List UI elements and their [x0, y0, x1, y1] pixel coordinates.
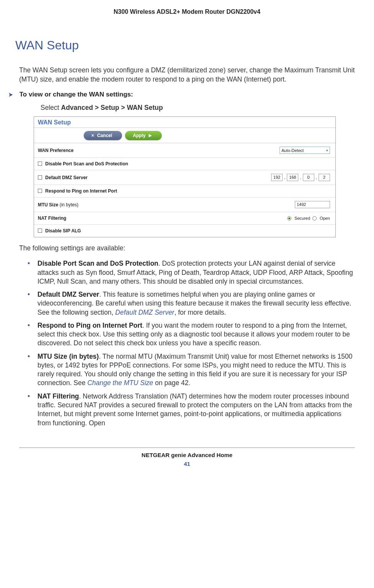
- nat-secured-label: Secured: [294, 216, 310, 220]
- dmz-ip-octet-2[interactable]: 168: [287, 174, 298, 181]
- section-heading: WAN Setup: [15, 38, 355, 52]
- ss-toolbar: × Cancel Apply ▶: [34, 128, 335, 143]
- bullet-mtu-size: • MTU Size (in bytes). The normal MTU (M…: [19, 352, 355, 388]
- bullet-nat-filtering: • NAT Filtering. Network Address Transla…: [19, 392, 355, 428]
- footer-page-number: 41: [19, 461, 355, 467]
- respond-ping-label: Respond to Ping on Internet Port: [38, 188, 117, 194]
- bullet-marker-icon: •: [28, 392, 30, 401]
- bullet-default-dmz: • Default DMZ Server. This feature is so…: [19, 290, 355, 317]
- default-dmz-label: Default DMZ Server: [38, 175, 88, 180]
- default-dmz-row: Default DMZ Server 192. 168. 0. 2: [34, 170, 335, 185]
- procedure-heading-text: To view or change the WAN settings:: [20, 91, 133, 98]
- bullet-3-title: Respond to Ping on Internet Port: [37, 322, 142, 329]
- respond-ping-row: Respond to Ping on Internet Port: [34, 185, 335, 198]
- bullet-marker-icon: •: [28, 290, 30, 299]
- bullet-4-title: MTU Size (in bytes): [37, 353, 99, 360]
- disable-sip-text: Disable SIP ALG: [45, 228, 81, 234]
- arrow-right-icon: ▶: [149, 133, 152, 137]
- wan-setup-screenshot: WAN Setup × Cancel Apply ▶ WAN Preferenc…: [34, 116, 336, 237]
- mtu-label: MTU Size (in bytes): [38, 202, 78, 207]
- mtu-row: MTU Size (in bytes) 1492: [34, 198, 335, 212]
- bullet-marker-icon: •: [28, 321, 30, 330]
- procedure-heading: ➤ To view or change the WAN settings:: [19, 91, 355, 98]
- bullet-marker-icon: •: [28, 259, 30, 268]
- bullet-marker-icon: •: [28, 352, 30, 361]
- respond-ping-checkbox[interactable]: [38, 189, 42, 193]
- disable-port-scan-checkbox[interactable]: [38, 162, 42, 166]
- change-mtu-link[interactable]: Change the MTU Size: [87, 379, 153, 387]
- cancel-button-label: Cancel: [97, 133, 112, 138]
- apply-button-label: Apply: [133, 133, 145, 138]
- page-header-title: N300 Wireless ADSL2+ Modem Router DGN220…: [19, 0, 355, 34]
- step-prefix: Select: [41, 104, 61, 111]
- nat-filtering-label: NAT Filtering: [38, 216, 66, 221]
- bullet-5-body: . Network Address Translation (NAT) dete…: [37, 392, 352, 427]
- ss-panel-title: WAN Setup: [34, 117, 335, 128]
- default-dmz-checkbox[interactable]: [38, 175, 42, 180]
- nat-secured-radio[interactable]: [287, 216, 291, 220]
- bullet-disable-port-scan: • Disable Port Scan and DoS Protection. …: [19, 259, 355, 286]
- dmz-ip-octet-4[interactable]: 2: [319, 174, 330, 181]
- page-footer: NETGEAR genie Advanced Home 41: [19, 448, 355, 467]
- apply-button[interactable]: Apply ▶: [125, 131, 161, 140]
- procedure-arrow-icon: ➤: [8, 91, 13, 98]
- disable-sip-label: Disable SIP ALG: [38, 228, 81, 234]
- following-text: The following settings are available:: [19, 244, 355, 252]
- step-path: Advanced > Setup > WAN Setup: [61, 104, 163, 111]
- nat-filtering-row: NAT Filtering Secured Open: [34, 212, 335, 225]
- nat-open-label: Open: [320, 216, 330, 220]
- nat-open-radio[interactable]: [312, 216, 317, 220]
- dmz-ip-group: 192. 168. 0. 2: [271, 174, 330, 181]
- bullet-2-body-b: , for more details.: [174, 309, 226, 316]
- disable-port-scan-row: Disable Port Scan and DoS Protection: [34, 158, 335, 170]
- bullet-2-title: Default DMZ Server: [37, 291, 99, 298]
- mtu-sub-text: (in bytes): [58, 202, 78, 207]
- cancel-button[interactable]: × Cancel: [84, 131, 122, 140]
- default-dmz-text: Default DMZ Server: [45, 175, 88, 180]
- dmz-ip-octet-3[interactable]: 0: [303, 174, 314, 181]
- wan-preference-select[interactable]: Auto-Detect ▾: [280, 147, 330, 154]
- close-icon: ×: [91, 133, 94, 138]
- dmz-ip-octet-1[interactable]: 192: [271, 174, 283, 181]
- default-dmz-link[interactable]: Default DMZ Server: [115, 309, 174, 316]
- nat-radio-group: Secured Open: [287, 216, 330, 220]
- wan-preference-value: Auto-Detect: [281, 148, 304, 153]
- footer-text: NETGEAR genie Advanced Home: [19, 452, 355, 458]
- settings-bullet-list: • Disable Port Scan and DoS Protection. …: [19, 259, 355, 428]
- wan-preference-row: WAN Preference Auto-Detect ▾: [34, 143, 335, 158]
- intro-paragraph: The WAN Setup screen lets you configure …: [19, 66, 355, 84]
- bullet-5-title: NAT Filtering: [37, 392, 79, 400]
- bullet-respond-ping: • Respond to Ping on Internet Port. If y…: [19, 321, 355, 348]
- bullet-4-body-b: on page 42.: [153, 379, 190, 387]
- disable-port-scan-text: Disable Port Scan and DoS Protection: [45, 161, 128, 167]
- disable-sip-checkbox[interactable]: [38, 229, 42, 233]
- respond-ping-text: Respond to Ping on Internet Port: [45, 188, 117, 194]
- disable-port-scan-label: Disable Port Scan and DoS Protection: [38, 161, 128, 167]
- wan-preference-label: WAN Preference: [38, 148, 73, 153]
- procedure-step: Select Advanced > Setup > WAN Setup: [41, 104, 355, 112]
- mtu-label-text: MTU Size: [38, 202, 58, 207]
- chevron-down-icon: ▾: [326, 149, 328, 152]
- bullet-1-title: Disable Port Scan and DoS Protection: [37, 260, 158, 267]
- disable-sip-row: Disable SIP ALG: [34, 225, 335, 237]
- mtu-input[interactable]: 1492: [295, 201, 330, 208]
